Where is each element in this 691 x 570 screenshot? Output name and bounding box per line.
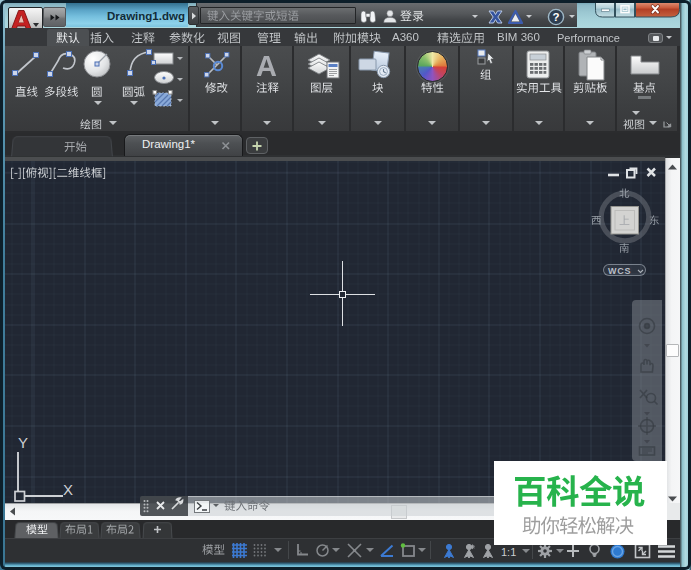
svg-text:?: ? [552,11,559,23]
